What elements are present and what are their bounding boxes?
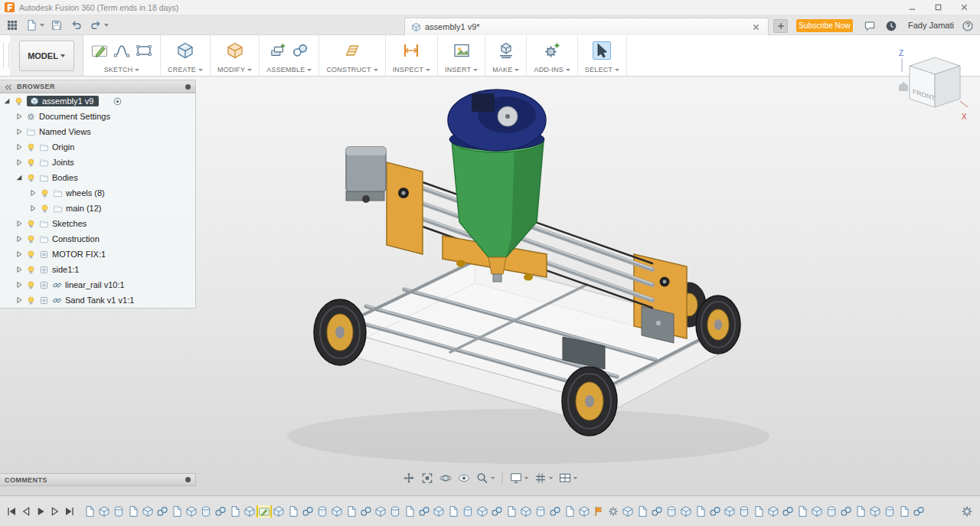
visibility-bulb-icon[interactable] [26,219,36,229]
timeline-feature-cube-icon[interactable] [520,505,532,518]
timeline-feature-joint-icon[interactable] [651,505,663,518]
timeline-feature-cube-icon[interactable] [374,505,387,518]
timeline-feature-doc-icon[interactable] [898,505,910,518]
browser-root-item[interactable]: assembly1 v9 [0,93,195,109]
visibility-bulb-icon[interactable] [26,296,36,305]
timeline-feature-joint-icon[interactable] [709,505,721,518]
inspect-menu-button[interactable]: INSPECT [393,66,430,74]
insert-menu-button[interactable]: INSERT [445,66,478,74]
create-sketch-button[interactable] [90,41,109,60]
timeline-feature-cyl-icon[interactable] [738,505,750,518]
pan-tool-icon[interactable] [403,472,416,485]
comments-panel-header[interactable]: COMMENTS [0,473,196,486]
browser-item-joints[interactable]: Joints [0,155,195,170]
spline-tool-button[interactable] [113,41,131,60]
visibility-bulb-icon[interactable] [26,158,36,168]
timeline-feature-doc-icon[interactable] [403,505,416,518]
timeline-feature-cube-icon[interactable] [185,505,198,518]
expand-arrow-icon[interactable] [15,250,23,258]
redo-button[interactable] [89,18,109,33]
save-button[interactable] [49,18,64,33]
browser-item-origin[interactable]: Origin [0,139,195,155]
look-at-icon[interactable] [458,472,471,485]
timeline-feature-doc-icon[interactable] [796,505,808,518]
view-cube[interactable]: Z FRONT X [896,46,969,124]
tab-close-icon[interactable] [750,21,762,33]
timeline-feature-cyl-icon[interactable] [316,505,328,518]
maximize-button[interactable] [925,0,951,15]
timeline-feature-cyl-icon[interactable] [462,505,474,518]
select-menu-button[interactable]: SELECT [585,66,619,74]
timeline-settings-gear-icon[interactable] [960,505,974,518]
browser-item-named-views[interactable]: Named Views [0,124,195,139]
timeline-feature-cube-icon[interactable] [273,505,285,518]
visibility-bulb-icon[interactable] [26,142,36,152]
timeline-feature-doc-icon[interactable] [505,505,518,518]
visibility-bulb-icon[interactable] [14,96,24,106]
viewports-icon[interactable] [559,472,578,485]
timeline-feature-joint-icon[interactable] [214,505,227,518]
timeline-feature-cube-icon[interactable] [476,505,488,518]
timeline-feature-doc-icon[interactable] [83,505,96,518]
orbit-tool-icon[interactable] [439,472,452,485]
timeline-feature-joint-icon[interactable] [360,505,372,518]
timeline-feature-joint-icon[interactable] [913,505,925,518]
model-nozzle[interactable] [488,257,506,274]
timeline-step-back-button[interactable] [20,505,32,518]
model-left-plate[interactable] [387,162,423,254]
model-wheel-right[interactable] [696,296,740,354]
fit-view-icon[interactable] [421,472,434,485]
timeline-feature-doc-icon[interactable] [564,505,576,518]
timeline-skip-start-button[interactable] [5,505,18,518]
visibility-bulb-icon[interactable] [26,250,36,260]
expand-arrow-icon[interactable] [15,281,23,289]
user-account-button[interactable]: Fady Jamati [908,15,954,35]
zoom-tool-icon[interactable] [476,472,495,485]
browser-header[interactable]: BROWSER [0,80,195,93]
undo-button[interactable] [69,18,84,33]
timeline-feature-sketch-icon[interactable] [258,505,270,518]
timeline-feature-joint-icon[interactable] [491,505,503,518]
timeline-feature-gear-icon[interactable] [607,505,619,518]
timeline-feature-joint-icon[interactable] [840,505,852,518]
browser-item-main[interactable]: main (12) [0,201,195,216]
browser-item-construction[interactable]: Construction [0,231,195,247]
timeline-feature-doc-icon[interactable] [854,505,867,518]
scripts-addins-button[interactable] [543,41,561,60]
subscribe-button[interactable]: Subscribe Now [796,19,853,32]
timeline-skip-end-button[interactable] [64,505,76,518]
make-button[interactable] [497,41,515,60]
grid-and-snaps-icon[interactable] [534,472,554,485]
timeline-feature-cyl-icon[interactable] [534,505,547,518]
timeline-feature-cube-icon[interactable] [243,505,256,518]
visibility-bulb-icon[interactable] [26,280,36,290]
job-status-clock-icon[interactable] [884,18,899,34]
timeline-feature-cyl-icon[interactable] [665,505,678,518]
visibility-bulb-icon[interactable] [26,265,36,275]
expanded-arrow-icon[interactable] [3,97,11,105]
timeline-feature-doc-icon[interactable] [753,505,765,518]
timeline-feature-cyl-icon[interactable] [200,505,212,518]
timeline-feature-cube-icon[interactable] [578,505,590,518]
timeline-feature-cube-icon[interactable] [767,505,779,518]
timeline-feature-doc-icon[interactable] [229,505,241,518]
create-menu-button[interactable]: CREATE [168,66,203,74]
timeline-feature-doc-icon[interactable] [171,505,183,518]
collapse-browser-icon[interactable] [5,80,12,93]
addins-menu-button[interactable]: ADD-INS [534,66,570,74]
browser-item-document-settings[interactable]: Document Settings [0,109,195,124]
press-pull-button[interactable] [226,41,244,60]
help-icon[interactable] [960,18,975,34]
insert-button[interactable] [452,41,471,60]
browser-item-linear-rail[interactable]: linear_rail v10:1 [0,277,195,292]
model-wheel-left[interactable] [314,299,366,365]
timeline-feature-doc-icon[interactable] [127,505,139,518]
timeline-feature-cube-icon[interactable] [622,505,634,518]
document-tab[interactable]: assembly1 v9* [404,18,769,35]
expand-arrow-icon[interactable] [15,143,23,151]
make-menu-button[interactable]: MAKE [492,66,519,74]
model-stepper-motor[interactable] [346,147,386,203]
panel-options-icon[interactable] [185,84,191,90]
model-wheel-front[interactable] [562,367,617,436]
expand-arrow-icon[interactable] [15,128,23,136]
